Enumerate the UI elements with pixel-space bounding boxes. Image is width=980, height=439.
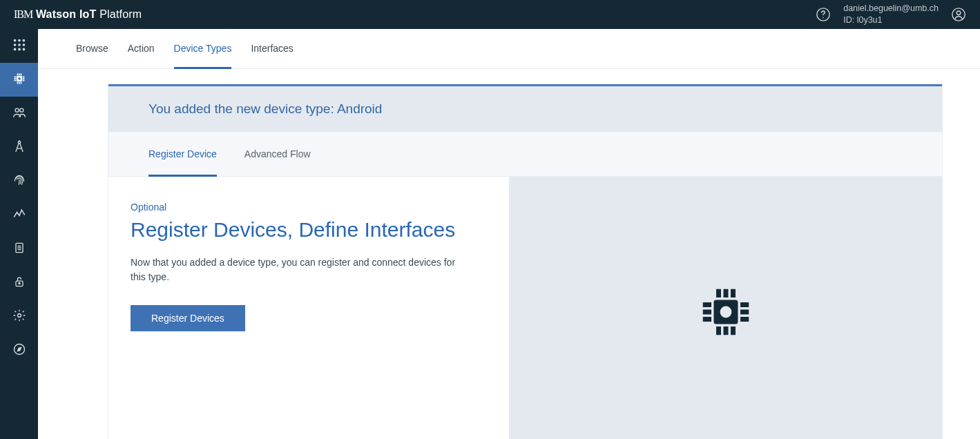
sidebar-rules[interactable] — [0, 232, 38, 266]
sidebar-security[interactable] — [0, 164, 38, 198]
svg-rect-23 — [14, 79, 16, 81]
svg-rect-47 — [702, 309, 711, 314]
svg-rect-24 — [23, 76, 25, 77]
svg-rect-49 — [740, 302, 749, 307]
fingerprint-icon — [12, 173, 26, 190]
svg-rect-50 — [740, 309, 749, 314]
brand-bold: Watson IoT — [36, 8, 97, 20]
banner-text: You added the new device type: Android — [148, 101, 902, 117]
optional-label: Optional — [131, 202, 488, 213]
svg-point-35 — [18, 282, 19, 284]
svg-point-27 — [15, 108, 19, 112]
topbar-right: daniel.beguelin@umb.ch ID: l0y3u1 — [816, 3, 966, 26]
svg-rect-15 — [17, 73, 18, 75]
card-body: Optional Register Devices, Define Interf… — [108, 177, 942, 439]
svg-point-11 — [18, 48, 21, 50]
svg-point-9 — [22, 43, 25, 46]
svg-point-4 — [13, 39, 16, 41]
register-devices-button[interactable]: Register Devices — [131, 305, 245, 331]
subtab-register-device[interactable]: Register Device — [148, 132, 217, 177]
svg-point-3 — [957, 11, 961, 14]
svg-rect-42 — [731, 289, 736, 297]
svg-rect-18 — [17, 82, 18, 84]
brand-suffix: Platform — [99, 8, 142, 20]
compass-tool-icon — [12, 139, 26, 156]
card: You added the new device type: Android R… — [108, 84, 942, 439]
chip-icon — [12, 72, 26, 88]
sidebar-devices[interactable] — [0, 63, 38, 97]
tab-browse[interactable]: Browse — [76, 29, 108, 69]
sidebar-settings[interactable] — [0, 300, 38, 333]
svg-point-5 — [18, 39, 21, 41]
svg-point-1 — [823, 17, 823, 18]
svg-rect-16 — [19, 73, 20, 75]
svg-point-7 — [13, 43, 16, 46]
brand-text: IBM Watson IoT Platform — [14, 8, 142, 21]
card-left-pane: Optional Register Devices, Define Interf… — [108, 177, 509, 439]
svg-point-12 — [22, 48, 25, 50]
sidebar-members[interactable] — [0, 97, 38, 130]
svg-rect-20 — [20, 82, 21, 84]
brand: IBM Watson IoT Platform — [14, 8, 142, 21]
svg-rect-22 — [14, 78, 16, 79]
svg-point-36 — [17, 313, 21, 317]
grid-icon — [12, 37, 27, 55]
user-info: daniel.beguelin@umb.ch ID: l0y3u1 — [843, 3, 939, 26]
people-icon — [12, 106, 26, 122]
tab-interfaces[interactable]: Interfaces — [251, 29, 293, 69]
user-icon[interactable] — [951, 7, 966, 22]
svg-rect-41 — [723, 289, 728, 297]
org-id: ID: l0y3u1 — [843, 14, 939, 26]
help-icon[interactable] — [816, 7, 831, 22]
svg-point-39 — [720, 306, 731, 318]
top-header: IBM Watson IoT Platform daniel.beguelin@… — [0, 0, 980, 29]
section-description: Now that you added a device type, you ca… — [131, 255, 469, 284]
user-email: daniel.beguelin@umb.ch — [843, 3, 939, 14]
svg-rect-51 — [740, 317, 749, 322]
subtab-advanced-flow[interactable]: Advanced Flow — [244, 132, 311, 177]
card-right-pane — [509, 177, 942, 439]
svg-rect-40 — [716, 289, 721, 297]
sidebar-usage[interactable] — [0, 198, 38, 232]
svg-point-28 — [19, 108, 23, 112]
svg-rect-48 — [702, 317, 711, 322]
svg-rect-21 — [14, 76, 16, 77]
gear-icon — [12, 309, 26, 325]
svg-rect-45 — [731, 326, 736, 335]
svg-rect-19 — [19, 82, 20, 84]
top-tabs: Browse Action Device Types Interfaces — [38, 29, 980, 69]
brand-prefix: IBM — [14, 8, 32, 20]
svg-rect-25 — [23, 78, 25, 79]
svg-rect-17 — [20, 73, 21, 75]
tab-device-types[interactable]: Device Types — [174, 29, 232, 69]
sidebar-apps[interactable] — [0, 29, 38, 63]
document-icon — [12, 241, 26, 257]
sidebar-explore[interactable] — [0, 333, 38, 367]
svg-point-6 — [22, 39, 25, 41]
sidebar-apps2[interactable] — [0, 130, 38, 164]
svg-rect-26 — [23, 79, 25, 81]
main-content: Browse Action Device Types Interfaces Yo… — [38, 29, 980, 439]
svg-point-8 — [18, 43, 21, 46]
svg-rect-43 — [716, 326, 721, 335]
sidebar-lock[interactable] — [0, 266, 38, 300]
svg-rect-44 — [723, 326, 728, 335]
compass-icon — [12, 342, 26, 359]
svg-point-10 — [13, 48, 16, 50]
svg-rect-46 — [702, 302, 711, 307]
sidebar — [0, 29, 38, 439]
card-subtabs: Register Device Advanced Flow — [108, 132, 942, 177]
card-container: You added the new device type: Android R… — [38, 69, 980, 439]
lock-icon — [12, 275, 26, 291]
chip-illustration-icon — [697, 283, 755, 344]
card-banner: You added the new device type: Android — [108, 86, 942, 132]
section-title: Register Devices, Define Interfaces — [131, 217, 488, 243]
tab-action[interactable]: Action — [128, 29, 155, 69]
activity-icon — [12, 207, 26, 224]
svg-point-14 — [18, 77, 21, 80]
